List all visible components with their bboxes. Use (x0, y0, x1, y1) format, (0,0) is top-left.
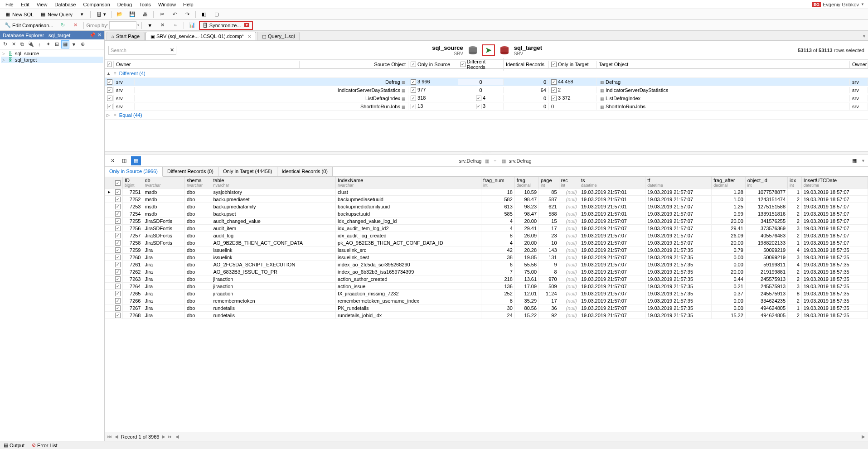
col-page[interactable]: pageint (539, 177, 559, 188)
group-by-input[interactable] (109, 21, 136, 29)
row-checkbox[interactable]: ✓ (113, 297, 123, 304)
document-tab[interactable]: ▣SRV (sql_service...-1CSQL-01).dcomp*✕ (145, 32, 256, 40)
data-row[interactable]: ✓7263Jiradbojiraactionaction_author_crea… (105, 275, 868, 283)
row-checkbox[interactable]: ✓ (113, 254, 123, 261)
chk[interactable]: ✓ (411, 96, 416, 101)
group-equal[interactable]: ▷ ≡ Equal (44) (105, 111, 868, 120)
nav-prev-icon[interactable]: ◀ (115, 434, 118, 439)
menu-window[interactable]: Window (155, 1, 179, 8)
data-row[interactable]: ✓7255JiraSDFortisdboaudit_changed_valuei… (105, 217, 868, 225)
view-grid-button[interactable]: ▦ (131, 156, 141, 165)
col-rec[interactable]: recint (559, 177, 579, 188)
comparison-row[interactable]: ✓srvDefrag▦✓ 3 96600✓ 44 458▦ Defragsrv (105, 78, 868, 86)
col-only-source[interactable]: ✓Only in Source (408, 61, 458, 68)
row-checkbox[interactable]: ✓ (107, 96, 112, 101)
row-checkbox[interactable]: ✓ (107, 79, 112, 85)
sort-icon[interactable]: ⊕ (78, 40, 87, 48)
view-split-button[interactable]: ◫ (119, 156, 129, 165)
refresh-button[interactable]: ↻ (57, 21, 68, 30)
tool-b[interactable]: ▢ (211, 10, 223, 19)
output-tab[interactable]: ▤Output (2, 442, 26, 448)
data-row[interactable]: ✓7265JiradbojiraactionIX_jiraaction_miss… (105, 290, 868, 297)
undo-button[interactable]: ↶ (169, 10, 180, 19)
search-input[interactable]: Search ✕ (108, 46, 176, 55)
col-frag[interactable]: fragdecimal (514, 177, 538, 188)
select-all-checkbox[interactable]: ✓ (107, 62, 112, 67)
tool-a[interactable]: ◧ (198, 10, 210, 19)
close-icon[interactable]: ✕ (97, 32, 102, 38)
group-different[interactable]: ▲ ≡ Different (4) (105, 69, 868, 78)
plug-icon[interactable]: 🔌 (27, 40, 35, 48)
data-row[interactable]: ✓7259Jiradboissuelinkissuelink_src4220.2… (105, 246, 868, 254)
col-identical[interactable]: Identical Records (504, 61, 549, 68)
col-frag_after[interactable]: frag_afterdecimal (712, 177, 746, 188)
expand-icon[interactable]: ▷ (2, 51, 6, 56)
wand-icon[interactable]: ✦ (44, 40, 52, 48)
comparison-row[interactable]: ✓srvIndicatorServerDayStatistics▦✓ 97706… (105, 86, 868, 94)
col-table[interactable]: tablenvarchar (211, 177, 336, 188)
nav-last-icon[interactable]: ⏭ (168, 434, 173, 439)
data-row[interactable]: ✓7252msdbdbobackupmediasetbackupmediaset… (105, 196, 868, 203)
data-row[interactable]: ✓7258JiraSDFortisdboAO_9B2E3B_THEN_ACT_C… (105, 239, 868, 246)
menu-view[interactable]: View (33, 1, 51, 8)
chk[interactable]: ✓ (551, 87, 557, 93)
cut-button[interactable]: ✂ (156, 10, 168, 19)
details-tab[interactable]: Only in Target (44458) (218, 167, 277, 176)
tree-icon[interactable]: ⊞ (53, 40, 61, 48)
row-checkbox[interactable]: ✓ (113, 283, 123, 290)
tabs-menu-caret[interactable]: ▼ (860, 32, 868, 40)
menu-comparison[interactable]: Comparison (79, 1, 113, 8)
row-checkbox[interactable]: ✓ (113, 217, 123, 225)
col-only-target[interactable]: ✓Only in Target (549, 61, 596, 68)
chk[interactable]: ✓ (411, 104, 416, 109)
col-idx[interactable]: idxint (788, 177, 802, 188)
db-picker[interactable]: 🗄▾ (93, 10, 109, 19)
col-owner[interactable]: Owner (114, 61, 300, 68)
nav-end-icon[interactable]: ◀ (175, 434, 179, 439)
col-source-object[interactable]: Source Object (300, 61, 408, 68)
print-button[interactable]: 🖶 (139, 10, 151, 19)
view-swap-button[interactable]: ⤭ (107, 156, 117, 165)
details-tab[interactable]: Different Records (0) (163, 167, 218, 176)
row-checkbox[interactable]: ✓ (113, 188, 123, 196)
col-InsertUTCDate[interactable]: InsertUTCDatedatetime (801, 177, 868, 188)
pin-icon[interactable]: 📌 (89, 32, 96, 38)
row-checkbox[interactable]: ✓ (113, 232, 123, 239)
tree-node-target[interactable]: ▷ 🗄 sql_target (1, 57, 103, 63)
row-checkbox[interactable]: ✓ (107, 104, 112, 109)
row-checkbox[interactable]: ✓ (113, 239, 123, 246)
col-IndexName[interactable]: IndexNamenvarchar (336, 177, 481, 188)
menu-tools[interactable]: Tools (136, 1, 155, 8)
menu-database[interactable]: Database (51, 1, 79, 8)
row-checkbox[interactable]: ✓ (113, 304, 123, 312)
tree-node-source[interactable]: ▷ 🗄 sql_source (1, 50, 103, 57)
data-row[interactable]: ✓7266Jiradboremembermetokenremembermetok… (105, 297, 868, 304)
row-checkbox[interactable]: ✓ (113, 275, 123, 283)
comparison-row[interactable]: ✓srvListDefragIndex▦✓ 318✓ 40✓ 3 372▦ Li… (105, 94, 868, 102)
document-tab[interactable]: ⌂Start Page (107, 32, 145, 40)
row-checkbox[interactable]: ✓ (113, 312, 123, 319)
filter-a[interactable]: ▼ (144, 21, 156, 30)
comparison-row[interactable]: ✓srvShortInfoRunJobs▦✓ 13✓ 300▦ ShortInf… (105, 102, 868, 111)
save-button[interactable]: 💾 (126, 10, 138, 19)
data-row[interactable]: ✓7267JiradborundetailsPK_rundetails3080.… (105, 304, 868, 312)
chk[interactable]: ✓ (476, 104, 481, 109)
col-owner-right[interactable]: Owner (850, 61, 868, 68)
menu-debug[interactable]: Debug (114, 1, 136, 8)
menu-file[interactable]: File (2, 1, 17, 8)
delete-icon[interactable]: ✕ (10, 40, 18, 48)
refresh-icon[interactable]: ↻ (1, 40, 9, 48)
data-row[interactable]: ✓7261JiradboAO_2FC5DA_SCRIPT_EXECUTIONin… (105, 261, 868, 268)
nav-first-icon[interactable]: ⏮ (107, 434, 112, 439)
filter-b[interactable]: ✕ (157, 21, 169, 30)
row-checkbox[interactable]: ✓ (113, 225, 123, 232)
row-checkbox[interactable]: ✓ (113, 203, 123, 210)
clear-icon[interactable]: ✕ (170, 47, 174, 53)
document-tab[interactable]: ▢Query_1.sql (257, 32, 300, 40)
data-row[interactable]: ✓7254msdbdbobackupsetbackupsetuuid58598.… (105, 210, 868, 217)
col-object_id[interactable]: object_idint (745, 177, 787, 188)
dropdown-1[interactable]: ▾ (76, 10, 88, 19)
row-checkbox[interactable]: ✓ (113, 290, 123, 297)
details-tab[interactable]: Only in Source (3966) (105, 167, 163, 177)
data-row[interactable]: ✓7256JiraSDFortisdboaudit_itemidx_audit_… (105, 225, 868, 232)
